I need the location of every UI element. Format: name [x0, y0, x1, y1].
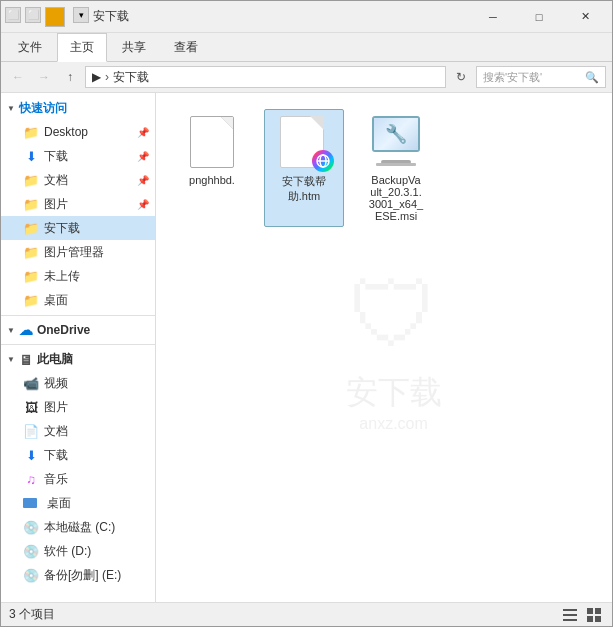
svg-rect-5	[563, 619, 577, 621]
tab-file[interactable]: 文件	[5, 33, 55, 61]
sidebar-item-not-uploaded[interactable]: 📁 未上传	[1, 264, 155, 288]
sidebar-item-music[interactable]: ♫ 音乐	[1, 467, 155, 491]
htm-overlay-icon	[312, 150, 334, 172]
quick-access-header[interactable]: ▼ 快速访问	[1, 97, 155, 120]
svg-rect-8	[587, 616, 593, 622]
onedrive-header[interactable]: ▼ ☁ OneDrive	[1, 319, 155, 341]
colorful-icon	[316, 154, 330, 168]
quick-access-label: 快速访问	[19, 100, 67, 117]
sidebar-item-label: 视频	[44, 375, 68, 392]
video-icon: 📹	[23, 375, 39, 391]
watermark-shield-icon: 🛡	[346, 263, 442, 366]
sidebar-item-label: 图片	[44, 399, 68, 416]
pin-icon: 📌	[137, 175, 149, 186]
pc-label: 此电脑	[37, 351, 73, 368]
list-view-button[interactable]	[560, 605, 580, 625]
sidebar-item-documents[interactable]: 📄 文档	[1, 419, 155, 443]
folder-icon: 📁	[23, 268, 39, 284]
sidebar-item-drive-d[interactable]: 💿 软件 (D:)	[1, 539, 155, 563]
file-label-htm: 安下载帮助.htm	[282, 174, 326, 204]
file-item-msi[interactable]: 🔧 BackupVa ult_20.3.1. 3001_x64_ ESE.msi	[356, 109, 436, 227]
folder-icon	[45, 7, 65, 27]
sidebar-item-download[interactable]: ⬇ 下载 📌	[1, 144, 155, 168]
minimize-button[interactable]: ─	[470, 1, 516, 33]
sidebar-item-label: 桌面	[47, 495, 71, 512]
sidebar-item-label: 下载	[44, 148, 68, 165]
svg-rect-9	[595, 616, 601, 622]
search-placeholder: 搜索'安下载'	[483, 70, 581, 85]
addressbar: ← → ↑ ▶ › 安下载 ↻ 搜索'安下载' 🔍	[1, 62, 612, 93]
titlebar: ⬜ ⬜ ▾ 安下载 ─ □ ✕	[1, 1, 612, 33]
drive-d-icon: 💿	[23, 543, 39, 559]
sidebar-item-desktop[interactable]: 📁 Desktop 📌	[1, 120, 155, 144]
htm-file-wrapper	[280, 116, 328, 168]
sidebar-item-video[interactable]: 📹 视频	[1, 371, 155, 395]
list-view-icon	[562, 607, 578, 623]
sidebar-item-pictures[interactable]: 📁 图片 📌	[1, 192, 155, 216]
watermark-sub: anxz.com	[346, 414, 442, 432]
sidebar-item-label: 备份[勿删] (E:)	[44, 567, 121, 584]
back-button[interactable]: ←	[7, 66, 29, 88]
quick-access-arrow: ▼	[7, 104, 15, 113]
sidebar-item-label: 本地磁盘 (C:)	[44, 519, 115, 536]
sidebar-item-anxz[interactable]: 📁 安下载	[1, 216, 155, 240]
sidebar-item-drive-c[interactable]: 💿 本地磁盘 (C:)	[1, 515, 155, 539]
sidebar-item-label: Desktop	[44, 125, 88, 139]
sidebar-item-label: 桌面	[44, 292, 68, 309]
svg-rect-7	[595, 608, 601, 614]
svg-rect-4	[563, 614, 577, 616]
sidebar-item-downloads[interactable]: ⬇ 下载	[1, 443, 155, 467]
download-icon: ⬇	[23, 447, 39, 463]
msi-base	[376, 163, 416, 166]
sidebar-item-docs[interactable]: 📁 文档 📌	[1, 168, 155, 192]
svg-rect-6	[587, 608, 593, 614]
tab-share[interactable]: 共享	[109, 33, 159, 61]
pc-header[interactable]: ▼ 🖥 此电脑	[1, 348, 155, 371]
sidebar-item-desktop2[interactable]: 📁 桌面	[1, 288, 155, 312]
breadcrumb-root: ▶	[92, 70, 101, 84]
file-item-pnghhbd[interactable]: pnghhbd.	[172, 109, 252, 227]
folder-icon: 📁	[23, 124, 39, 140]
main-area: ▼ 快速访问 📁 Desktop 📌 ⬇ 下载 📌 📁 文档 📌 📁 图片	[1, 93, 612, 602]
sidebar-item-pic-manager[interactable]: 📁 图片管理器	[1, 240, 155, 264]
sidebar-item-label: 文档	[44, 423, 68, 440]
sidebar-item-images[interactable]: 🖼 图片	[1, 395, 155, 419]
onedrive-label: OneDrive	[37, 323, 90, 337]
sidebar-item-drive-e[interactable]: 💿 备份[勿删] (E:)	[1, 563, 155, 587]
msi-screen: 🔧	[372, 116, 420, 152]
breadcrumb[interactable]: ▶ › 安下载	[85, 66, 446, 88]
tab-view[interactable]: 查看	[161, 33, 211, 61]
system-icon-2: ⬜	[25, 7, 41, 23]
system-icon-1: ⬜	[5, 7, 21, 23]
grid-view-button[interactable]	[584, 605, 604, 625]
maximize-button[interactable]: □	[516, 1, 562, 33]
titlebar-icons: ⬜ ⬜ ▾	[5, 7, 89, 27]
sidebar-item-label: 音乐	[44, 471, 68, 488]
up-button[interactable]: ↑	[59, 66, 81, 88]
sidebar-item-label: 软件 (D:)	[44, 543, 91, 560]
ribbon-tabs: 文件 主页 共享 查看	[1, 33, 612, 61]
sidebar-item-desktop3[interactable]: 桌面	[1, 491, 155, 515]
sidebar-item-label: 文档	[44, 172, 68, 189]
window: ⬜ ⬜ ▾ 安下载 ─ □ ✕ 文件 主页 共享 查看 ← → ↑ ▶ › 安下…	[0, 0, 613, 627]
ribbon: 文件 主页 共享 查看	[1, 33, 612, 62]
statusbar: 3 个项目	[1, 602, 612, 626]
search-box[interactable]: 搜索'安下载' 🔍	[476, 66, 606, 88]
tab-home[interactable]: 主页	[57, 33, 107, 62]
close-button[interactable]: ✕	[562, 1, 608, 33]
onedrive-icon: ☁	[19, 322, 33, 338]
refresh-button[interactable]: ↻	[450, 66, 472, 88]
msi-screen-fill: 🔧	[374, 118, 418, 150]
breadcrumb-separator: ›	[105, 70, 109, 84]
file-icon-htm	[276, 114, 332, 170]
pc-arrow: ▼	[7, 355, 15, 364]
images-icon: 🖼	[23, 399, 39, 415]
forward-button[interactable]: →	[33, 66, 55, 88]
folder-icon: 📁	[23, 220, 39, 236]
window-title: 安下载	[93, 8, 470, 25]
watermark-text: 安下载	[346, 370, 442, 414]
desktop-icon	[23, 498, 37, 508]
files-grid: pnghhbd.	[156, 93, 612, 243]
file-item-htm[interactable]: 安下载帮助.htm	[264, 109, 344, 227]
view-controls	[560, 605, 604, 625]
